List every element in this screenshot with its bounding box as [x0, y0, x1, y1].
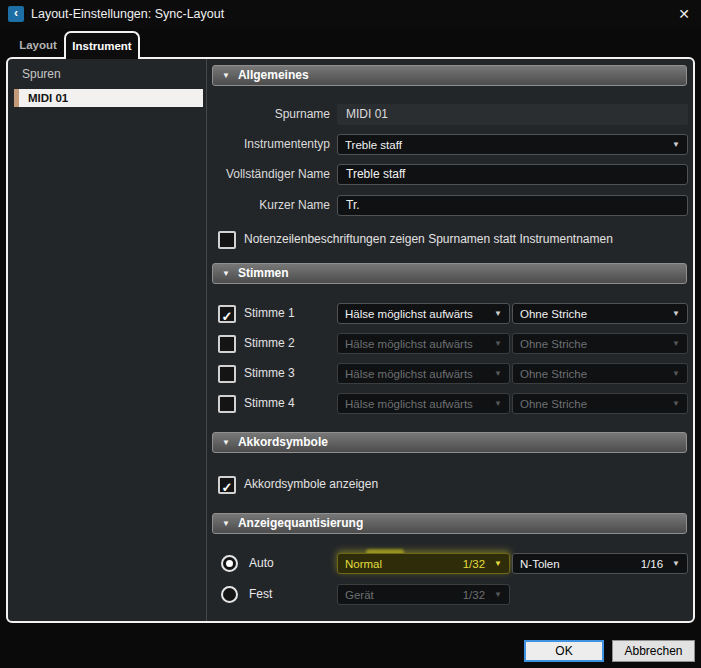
voice-1-stems-dropdown[interactable]: Hälse möglichst aufwärts ▼ [337, 303, 510, 324]
track-item-label: MIDI 01 [19, 89, 203, 107]
cancel-button[interactable]: Abbrechen [612, 640, 695, 662]
voice-1-beams-dropdown[interactable]: Ohne Striche ▼ [512, 303, 688, 324]
voice-1-label: Stimme 1 [244, 303, 295, 324]
section-title-chords: Akkordsymbole [238, 433, 328, 452]
layout-settings-dialog: ‹ Layout-Einstellungen: Sync-Layout ✕ La… [0, 0, 701, 668]
fixed-radio[interactable] [221, 586, 238, 603]
chevron-down-icon: ▼ [494, 590, 502, 599]
auto-quantize-dropdown[interactable]: Normal 1/32 ▼ [337, 553, 510, 574]
voice-3-row: Stimme 3 Hälse möglichst aufwärts ▼ Ohne… [207, 363, 693, 385]
chevron-down-icon: ▼ [494, 399, 502, 408]
short-name-row: Kurzer Name Tr. [207, 195, 693, 217]
section-header-display-quantize[interactable]: ▼ Anzeigequantisierung [212, 513, 687, 534]
voice-3-label: Stimme 3 [244, 363, 295, 384]
voice-3-stems-dropdown: Hälse möglichst aufwärts ▼ [337, 363, 510, 384]
voice-4-beams-dropdown: Ohne Striche ▼ [512, 393, 688, 414]
voice-2-stems-dropdown: Hälse möglichst aufwärts ▼ [337, 333, 510, 354]
staff-labels-checkbox[interactable] [218, 231, 236, 249]
check-icon: ✓ [222, 480, 233, 495]
voice-4-label: Stimme 4 [244, 393, 295, 414]
chevron-down-icon: ▼ [672, 309, 680, 318]
full-name-label: Vollständiger Name [207, 164, 330, 185]
section-header-general[interactable]: ▼ Allgemeines [212, 65, 687, 86]
section-header-voices[interactable]: ▼ Stimmen [212, 263, 687, 284]
quantize-auto-row: Auto Normal 1/32 ▼ N-Tolen 1/16 ▼ [207, 553, 693, 575]
tuplets-quantize-dropdown[interactable]: N-Tolen 1/16 ▼ [512, 553, 688, 574]
instrument-type-dropdown[interactable]: Treble staff ▼ [337, 134, 688, 155]
section-title-voices: Stimmen [238, 264, 289, 283]
show-chords-checkbox[interactable]: ✓ [218, 476, 236, 494]
chevron-down-icon: ▼ [494, 339, 502, 348]
staff-labels-row: Notenzeilenbeschriftungen zeigen Spurnam… [207, 229, 693, 251]
chevron-down-icon: ▼ [672, 140, 680, 149]
full-name-row: Vollständiger Name Treble staff [207, 164, 693, 186]
voice-2-checkbox[interactable] [218, 335, 236, 353]
voice-4-row: Stimme 4 Hälse möglichst aufwärts ▼ Ohne… [207, 393, 693, 415]
chevron-down-icon: ▼ [672, 399, 680, 408]
collapse-triangle-icon: ▼ [222, 433, 230, 452]
titlebar: ‹ Layout-Einstellungen: Sync-Layout ✕ [0, 0, 701, 28]
fixed-quantize-dropdown: Gerät 1/32 ▼ [337, 584, 510, 605]
voice-3-beams-dropdown: Ohne Striche ▼ [512, 363, 688, 384]
check-icon: ✓ [222, 309, 233, 324]
window-title: Layout-Einstellungen: Sync-Layout [31, 7, 224, 21]
track-name-label: Spurname [207, 104, 330, 125]
voice-4-checkbox[interactable] [218, 395, 236, 413]
collapse-triangle-icon: ▼ [222, 66, 230, 85]
instrument-type-label: Instrumententyp [207, 134, 330, 155]
quantize-fixed-row: Fest Gerät 1/32 ▼ [207, 584, 693, 606]
show-chords-label: Akkordsymbole anzeigen [244, 474, 378, 495]
voice-2-beams-dropdown: Ohne Striche ▼ [512, 333, 688, 354]
voice-2-row: Stimme 2 Hälse möglichst aufwärts ▼ Ohne… [207, 333, 693, 355]
short-name-input[interactable]: Tr. [337, 195, 688, 216]
voice-2-label: Stimme 2 [244, 333, 295, 354]
track-name-value: MIDI 01 [337, 104, 688, 125]
close-icon[interactable]: ✕ [678, 6, 690, 22]
cubase-logo-icon: ‹ [8, 6, 24, 22]
fixed-radio-label: Fest [249, 584, 272, 605]
section-header-chords[interactable]: ▼ Akkordsymbole [212, 432, 687, 453]
chevron-down-icon: ▼ [672, 559, 680, 568]
content-panel: Spuren MIDI 01 ▼ Allgemeines Spurname MI… [6, 57, 695, 623]
tab-layout[interactable]: Layout [10, 33, 66, 57]
section-title-general: Allgemeines [238, 66, 309, 85]
staff-labels-checkbox-label: Notenzeilenbeschriftungen zeigen Spurnam… [244, 229, 613, 250]
track-item-midi-01[interactable]: MIDI 01 [14, 89, 203, 107]
section-title-display-quantize: Anzeigequantisierung [238, 514, 363, 533]
instrument-type-selected: Treble staff [345, 139, 672, 151]
voice-1-row: ✓ Stimme 1 Hälse möglichst aufwärts ▼ Oh… [207, 303, 693, 325]
auto-radio-label: Auto [249, 553, 274, 574]
short-name-label: Kurzer Name [207, 195, 330, 216]
ok-button[interactable]: OK [524, 640, 604, 662]
chevron-down-icon: ▼ [494, 559, 502, 568]
tab-instrument[interactable]: Instrument [64, 31, 140, 59]
auto-radio[interactable] [221, 555, 238, 572]
instrument-type-row: Instrumententyp Treble staff ▼ [207, 134, 693, 156]
voice-4-stems-dropdown: Hälse möglichst aufwärts ▼ [337, 393, 510, 414]
instrument-settings-panel: ▼ Allgemeines Spurname MIDI 01 Instrumen… [207, 59, 693, 621]
voice-1-checkbox[interactable]: ✓ [218, 305, 236, 323]
chevron-down-icon: ▼ [672, 339, 680, 348]
full-name-input[interactable]: Treble staff [337, 164, 688, 185]
chevron-down-icon: ▼ [672, 369, 680, 378]
track-name-row: Spurname MIDI 01 [207, 104, 693, 126]
voice-3-checkbox[interactable] [218, 365, 236, 383]
chevron-down-icon: ▼ [494, 369, 502, 378]
collapse-triangle-icon: ▼ [222, 514, 230, 533]
show-chords-row: ✓ Akkordsymbole anzeigen [207, 474, 693, 496]
tracks-list-header: Spuren [22, 67, 61, 81]
chevron-down-icon: ▼ [494, 309, 502, 318]
collapse-triangle-icon: ▼ [222, 264, 230, 283]
